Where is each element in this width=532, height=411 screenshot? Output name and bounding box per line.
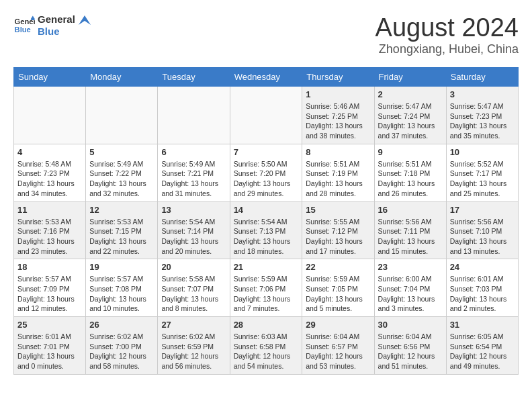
day-number: 8 [306,147,370,157]
calendar-cell: 4Sunrise: 5:48 AMSunset: 7:23 PMDaylight… [14,144,86,201]
calendar-cell: 18Sunrise: 5:57 AMSunset: 7:09 PMDayligh… [14,259,86,317]
calendar-cell: 5Sunrise: 5:49 AMSunset: 7:22 PMDaylight… [86,144,158,201]
calendar-cell: 14Sunrise: 5:54 AMSunset: 7:13 PMDayligh… [230,201,302,259]
calendar-cell: 25Sunrise: 6:01 AMSunset: 7:01 PMDayligh… [14,317,86,375]
subtitle: Zhongxiang, Hubei, China [375,42,519,56]
day-info: Sunrise: 5:57 AMSunset: 7:09 PMDaylight:… [17,274,82,314]
calendar-cell: 16Sunrise: 5:56 AMSunset: 7:11 PMDayligh… [374,201,446,259]
week-row-3: 11Sunrise: 5:53 AMSunset: 7:16 PMDayligh… [14,201,519,259]
day-info: Sunrise: 5:49 AMSunset: 7:22 PMDaylight:… [89,159,154,199]
weekday-header-friday: Friday [374,68,446,87]
weekday-header-thursday: Thursday [302,68,374,87]
calendar-cell: 19Sunrise: 5:57 AMSunset: 7:08 PMDayligh… [86,259,158,317]
calendar-cell: 27Sunrise: 6:02 AMSunset: 6:59 PMDayligh… [158,317,230,375]
svg-text:Blue: Blue [15,26,31,34]
day-info: Sunrise: 5:50 AMSunset: 7:20 PMDaylight:… [234,159,299,199]
day-info: Sunrise: 5:51 AMSunset: 7:18 PMDaylight:… [378,159,443,199]
day-number: 6 [161,147,226,157]
calendar-cell [14,87,86,144]
day-number: 4 [17,147,82,157]
calendar-cell: 2Sunrise: 5:47 AMSunset: 7:24 PMDaylight… [374,87,446,144]
day-info: Sunrise: 5:59 AMSunset: 7:05 PMDaylight:… [306,274,370,314]
day-number: 5 [89,147,154,157]
day-number: 18 [17,262,82,272]
header: General Blue General Blue August 2024 Zh… [13,13,519,56]
day-info: Sunrise: 5:59 AMSunset: 7:06 PMDaylight:… [234,274,299,314]
calendar-cell: 20Sunrise: 5:58 AMSunset: 7:07 PMDayligh… [158,259,230,317]
day-number: 29 [306,320,370,330]
calendar-header-row: SundayMondayTuesdayWednesdayThursdayFrid… [14,68,519,87]
day-number: 17 [450,205,515,215]
calendar-cell: 10Sunrise: 5:52 AMSunset: 7:17 PMDayligh… [446,144,518,201]
week-row-1: 1Sunrise: 5:46 AMSunset: 7:25 PMDaylight… [14,87,519,144]
calendar-cell [158,87,230,144]
day-number: 3 [450,89,515,99]
main-title: August 2024 [375,13,519,42]
day-info: Sunrise: 6:02 AMSunset: 7:00 PMDaylight:… [89,332,154,371]
logo-blue: Blue [38,26,91,38]
day-info: Sunrise: 5:56 AMSunset: 7:10 PMDaylight:… [450,217,515,257]
day-info: Sunrise: 5:53 AMSunset: 7:15 PMDaylight:… [89,217,154,257]
weekday-header-monday: Monday [86,68,158,87]
day-number: 23 [378,262,443,272]
day-info: Sunrise: 6:03 AMSunset: 6:58 PMDaylight:… [234,332,299,371]
day-number: 31 [450,320,515,330]
day-info: Sunrise: 5:52 AMSunset: 7:17 PMDaylight:… [450,159,515,199]
calendar-cell: 22Sunrise: 5:59 AMSunset: 7:05 PMDayligh… [302,259,374,317]
calendar-cell [230,87,302,144]
week-row-4: 18Sunrise: 5:57 AMSunset: 7:09 PMDayligh… [14,259,519,317]
day-info: Sunrise: 5:47 AMSunset: 7:23 PMDaylight:… [450,101,515,141]
day-number: 21 [234,262,299,272]
day-info: Sunrise: 6:01 AMSunset: 7:03 PMDaylight:… [450,274,515,314]
calendar-cell: 31Sunrise: 6:05 AMSunset: 6:54 PMDayligh… [446,317,518,375]
day-number: 9 [378,147,443,157]
day-info: Sunrise: 6:04 AMSunset: 6:57 PMDaylight:… [306,332,370,371]
day-number: 16 [378,205,443,215]
day-number: 2 [378,89,443,99]
weekday-header-wednesday: Wednesday [230,68,302,87]
day-info: Sunrise: 5:46 AMSunset: 7:25 PMDaylight:… [306,101,370,141]
day-number: 27 [161,320,226,330]
day-info: Sunrise: 5:54 AMSunset: 7:13 PMDaylight:… [234,217,299,257]
svg-marker-4 [79,15,91,25]
day-number: 15 [306,205,370,215]
weekday-header-tuesday: Tuesday [158,68,230,87]
day-number: 13 [161,205,226,215]
day-info: Sunrise: 5:51 AMSunset: 7:19 PMDaylight:… [306,159,370,199]
day-info: Sunrise: 5:56 AMSunset: 7:11 PMDaylight:… [378,217,443,257]
day-number: 12 [89,205,154,215]
day-number: 20 [161,262,226,272]
day-number: 22 [306,262,370,272]
calendar-cell: 15Sunrise: 5:55 AMSunset: 7:12 PMDayligh… [302,201,374,259]
day-info: Sunrise: 6:02 AMSunset: 6:59 PMDaylight:… [161,332,226,371]
day-number: 19 [89,262,154,272]
weekday-header-sunday: Sunday [14,68,86,87]
calendar-cell: 9Sunrise: 5:51 AMSunset: 7:18 PMDaylight… [374,144,446,201]
calendar-cell: 3Sunrise: 5:47 AMSunset: 7:23 PMDaylight… [446,87,518,144]
day-number: 1 [306,89,370,99]
day-info: Sunrise: 6:00 AMSunset: 7:04 PMDaylight:… [378,274,443,314]
calendar-cell: 12Sunrise: 5:53 AMSunset: 7:15 PMDayligh… [86,201,158,259]
day-info: Sunrise: 6:04 AMSunset: 6:56 PMDaylight:… [378,332,443,371]
logo-icon: General Blue [13,15,35,36]
calendar-cell: 17Sunrise: 5:56 AMSunset: 7:10 PMDayligh… [446,201,518,259]
day-number: 14 [234,205,299,215]
calendar-cell: 13Sunrise: 5:54 AMSunset: 7:14 PMDayligh… [158,201,230,259]
calendar-cell: 1Sunrise: 5:46 AMSunset: 7:25 PMDaylight… [302,87,374,144]
calendar-cell: 21Sunrise: 5:59 AMSunset: 7:06 PMDayligh… [230,259,302,317]
calendar-cell: 24Sunrise: 6:01 AMSunset: 7:03 PMDayligh… [446,259,518,317]
calendar-cell: 7Sunrise: 5:50 AMSunset: 7:20 PMDaylight… [230,144,302,201]
day-info: Sunrise: 5:47 AMSunset: 7:24 PMDaylight:… [378,101,443,141]
day-info: Sunrise: 5:54 AMSunset: 7:14 PMDaylight:… [161,217,226,257]
calendar-cell [86,87,158,144]
day-info: Sunrise: 5:48 AMSunset: 7:23 PMDaylight:… [17,159,82,199]
day-info: Sunrise: 5:55 AMSunset: 7:12 PMDaylight:… [306,217,370,257]
logo: General Blue General Blue [13,13,91,38]
day-number: 25 [17,320,82,330]
calendar-cell: 23Sunrise: 6:00 AMSunset: 7:04 PMDayligh… [374,259,446,317]
title-area: August 2024 Zhongxiang, Hubei, China [375,13,519,56]
day-info: Sunrise: 5:57 AMSunset: 7:08 PMDaylight:… [89,274,154,314]
calendar-cell: 11Sunrise: 5:53 AMSunset: 7:16 PMDayligh… [14,201,86,259]
day-info: Sunrise: 6:05 AMSunset: 6:54 PMDaylight:… [450,332,515,371]
calendar-cell: 30Sunrise: 6:04 AMSunset: 6:56 PMDayligh… [374,317,446,375]
